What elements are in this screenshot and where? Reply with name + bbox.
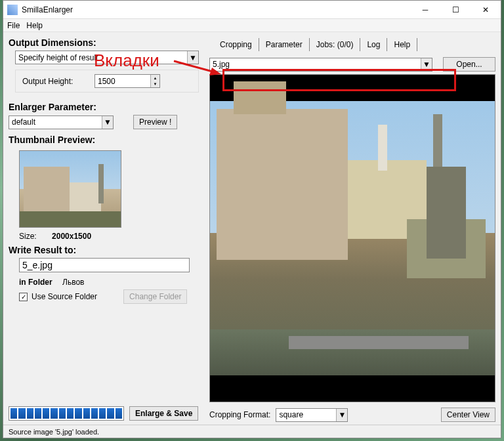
tab-cropping[interactable]: Cropping	[213, 38, 259, 51]
maximize-button[interactable]: ☐	[440, 1, 471, 19]
chevron-down-icon: ▼	[336, 409, 347, 421]
output-dimensions-title: Output Dimensions:	[9, 37, 205, 48]
use-source-folder-checkbox[interactable]: ✓ Use Source Folder	[19, 292, 97, 301]
write-result-title: Write Result to:	[9, 245, 205, 255]
status-text: Source image '5.jpg' loaded.	[9, 428, 99, 436]
open-button[interactable]: Open...	[443, 57, 495, 72]
app-icon	[7, 5, 18, 15]
size-label: Size:	[19, 232, 37, 241]
cropping-format-label: Cropping Format:	[209, 410, 270, 419]
use-source-folder-label: Use Source Folder	[32, 292, 97, 301]
parameter-preset-value: default	[12, 117, 35, 127]
parameter-preset-dropdown[interactable]: default ▼	[9, 116, 114, 129]
dimension-mode-dropdown[interactable]: Specify height of result ▼	[15, 51, 199, 64]
menu-help[interactable]: Help	[26, 21, 43, 30]
center-view-button[interactable]: Center View	[441, 408, 495, 422]
folder-name: Львов	[62, 278, 84, 287]
tab-bar: Cropping Parameter Jobs: (0/0) Log Help	[209, 36, 432, 53]
thumbnail-image	[19, 150, 121, 228]
spinner-buttons[interactable]: ▲▼	[150, 75, 159, 87]
tab-log[interactable]: Log	[360, 38, 387, 51]
output-height-input[interactable]: 1500 ▲▼	[94, 74, 160, 88]
progress-bar	[9, 406, 124, 421]
minimize-button[interactable]: ─	[410, 1, 440, 19]
left-panel: Output Dimensions: Specify height of res…	[9, 36, 205, 423]
tab-parameter[interactable]: Parameter	[259, 38, 310, 51]
preview-area[interactable]	[209, 74, 495, 402]
app-window: SmillaEnlarger ─ ☐ ✕ File Help Вкладки O…	[3, 0, 501, 438]
size-value: 2000x1500	[52, 232, 91, 241]
change-folder-button: Change Folder	[123, 289, 187, 304]
source-file-dropdown[interactable]: 5.jpg ▼	[209, 58, 432, 72]
chevron-down-icon: ▼	[102, 116, 113, 129]
thumbnail-preview-title: Thumbnail Preview:	[9, 135, 205, 145]
chevron-down-icon: ▼	[421, 58, 432, 71]
output-filename-input[interactable]: 5_e.jpg	[19, 258, 190, 272]
titlebar: SmillaEnlarger ─ ☐ ✕	[3, 1, 501, 19]
status-bar: Source image '5.jpg' loaded.	[3, 425, 501, 438]
tab-help[interactable]: Help	[387, 38, 417, 51]
output-height-label: Output Height:	[22, 77, 94, 86]
enlarge-save-button[interactable]: Enlarge & Save	[129, 406, 198, 421]
right-panel: Cropping Parameter Jobs: (0/0) Log Help …	[209, 36, 495, 423]
menubar: File Help	[3, 19, 501, 32]
tab-jobs[interactable]: Jobs: (0/0)	[310, 38, 361, 51]
dimension-mode-value: Specify height of result	[18, 53, 98, 62]
close-button[interactable]: ✕	[471, 1, 501, 19]
chevron-down-icon: ▼	[187, 51, 198, 64]
in-folder-label: in Folder	[19, 278, 52, 287]
window-title: SmillaEnlarger	[22, 5, 410, 14]
output-filename-value: 5_e.jpg	[22, 260, 52, 270]
preview-image	[210, 101, 495, 375]
cropping-format-value: square	[279, 410, 303, 419]
checkbox-icon: ✓	[19, 293, 28, 301]
preview-button[interactable]: Preview !	[133, 115, 177, 129]
cropping-format-dropdown[interactable]: square ▼	[276, 408, 348, 422]
enlarger-parameter-title: Enlarger Parameter:	[9, 102, 205, 112]
output-height-value: 1500	[98, 77, 116, 86]
source-file-value: 5.jpg	[213, 60, 230, 69]
menu-file[interactable]: File	[7, 21, 20, 30]
